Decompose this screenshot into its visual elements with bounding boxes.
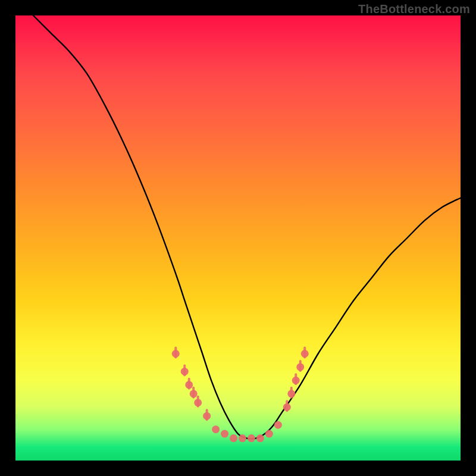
plot-area [15, 15, 461, 461]
svg-point-18 [265, 430, 273, 438]
marker-point [292, 374, 300, 384]
svg-point-12 [212, 425, 220, 433]
svg-point-3 [181, 368, 189, 375]
svg-point-21 [283, 403, 291, 411]
svg-point-17 [256, 434, 264, 442]
marker-point [239, 434, 246, 442]
svg-point-15 [239, 434, 246, 442]
bottleneck-curve [33, 15, 461, 439]
svg-point-25 [292, 377, 300, 384]
marker-point [172, 347, 180, 358]
marker-point [203, 410, 211, 420]
svg-point-7 [190, 390, 198, 397]
svg-point-27 [296, 363, 304, 371]
marker-point [194, 397, 202, 407]
marker-point [283, 401, 291, 411]
marker-point [301, 347, 309, 358]
marker-point [212, 425, 220, 433]
marker-point [185, 379, 193, 389]
marker-point [248, 434, 255, 442]
marker-point [287, 388, 295, 398]
chart-frame: TheBottleneck.com [0, 0, 476, 476]
svg-point-13 [221, 430, 228, 438]
marker-point [274, 421, 282, 429]
marker-point [256, 434, 264, 442]
svg-point-19 [274, 421, 282, 429]
svg-point-16 [248, 434, 255, 442]
svg-point-1 [172, 350, 180, 358]
marker-point [265, 430, 273, 438]
marker-point [221, 430, 228, 438]
marker-point [230, 434, 237, 442]
curve-svg [15, 15, 461, 461]
svg-point-9 [194, 399, 202, 406]
marker-point [296, 361, 304, 371]
svg-point-5 [185, 381, 193, 389]
highlighted-range-markers [172, 347, 309, 442]
svg-point-14 [230, 434, 237, 442]
svg-point-23 [287, 390, 295, 397]
svg-point-29 [301, 350, 309, 358]
svg-point-11 [203, 412, 211, 420]
marker-point [181, 365, 189, 375]
marker-point [190, 388, 198, 398]
watermark-text: TheBottleneck.com [358, 2, 470, 16]
